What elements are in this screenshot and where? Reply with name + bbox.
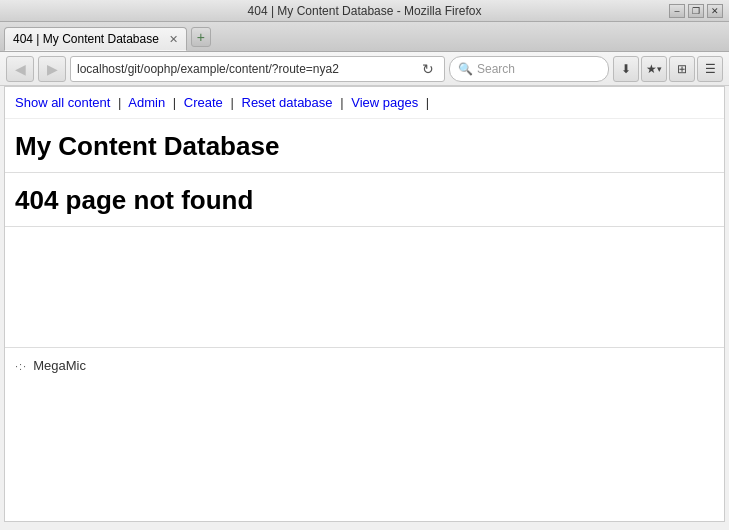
- page-body: [5, 227, 724, 347]
- search-bar[interactable]: 🔍 Search: [449, 56, 609, 82]
- page-footer: ·:· MegaMic: [5, 347, 724, 383]
- tab-bar: 404 | My Content Database ✕ +: [0, 22, 729, 52]
- page-navigation: Show all content | Admin | Create | Rese…: [5, 87, 724, 119]
- page-title: My Content Database: [5, 119, 724, 173]
- bookmark-chevron: ▾: [657, 64, 662, 74]
- menu-button[interactable]: ☰: [697, 56, 723, 82]
- nav-icons: ⬇ ★▾ ⊞ ☰: [613, 56, 723, 82]
- window-controls: – ❐ ✕: [669, 4, 723, 18]
- tab-label: 404 | My Content Database: [13, 32, 159, 46]
- show-all-content-link[interactable]: Show all content: [15, 95, 110, 110]
- admin-link[interactable]: Admin: [128, 95, 165, 110]
- view-pages-link[interactable]: View pages: [351, 95, 418, 110]
- create-link[interactable]: Create: [184, 95, 223, 110]
- restore-button[interactable]: ❐: [688, 4, 704, 18]
- separator-3: |: [230, 95, 233, 110]
- new-tab-button[interactable]: +: [191, 27, 211, 47]
- separator-2: |: [173, 95, 176, 110]
- title-bar: 404 | My Content Database - Mozilla Fire…: [0, 0, 729, 22]
- bookmark-button[interactable]: ★▾: [641, 56, 667, 82]
- search-icon: 🔍: [458, 62, 473, 76]
- download-button[interactable]: ⬇: [613, 56, 639, 82]
- browser-content: Show all content | Admin | Create | Rese…: [4, 86, 725, 522]
- separator-5: |: [426, 95, 429, 110]
- tab-close-button[interactable]: ✕: [169, 33, 178, 46]
- url-bar[interactable]: localhost/git/oophp/example/content/?rou…: [70, 56, 445, 82]
- search-placeholder: Search: [477, 62, 515, 76]
- reset-database-link[interactable]: Reset database: [242, 95, 333, 110]
- back-button[interactable]: ◀: [6, 56, 34, 82]
- close-button[interactable]: ✕: [707, 4, 723, 18]
- minimize-button[interactable]: –: [669, 4, 685, 18]
- separator-1: |: [118, 95, 121, 110]
- forward-button[interactable]: ▶: [38, 56, 66, 82]
- active-tab[interactable]: 404 | My Content Database ✕: [4, 27, 187, 51]
- url-text: localhost/git/oophp/example/content/?rou…: [77, 62, 414, 76]
- separator-4: |: [340, 95, 343, 110]
- footer-logo-dots: ·:·: [15, 360, 27, 372]
- title-bar-text: 404 | My Content Database - Mozilla Fire…: [248, 4, 482, 18]
- page-error-heading: 404 page not found: [5, 173, 724, 227]
- bookmark-icon: ★: [646, 62, 657, 76]
- nav-bar: ◀ ▶ localhost/git/oophp/example/content/…: [0, 52, 729, 86]
- footer-brand: MegaMic: [33, 358, 86, 373]
- refresh-button[interactable]: ↻: [418, 59, 438, 79]
- apps-button[interactable]: ⊞: [669, 56, 695, 82]
